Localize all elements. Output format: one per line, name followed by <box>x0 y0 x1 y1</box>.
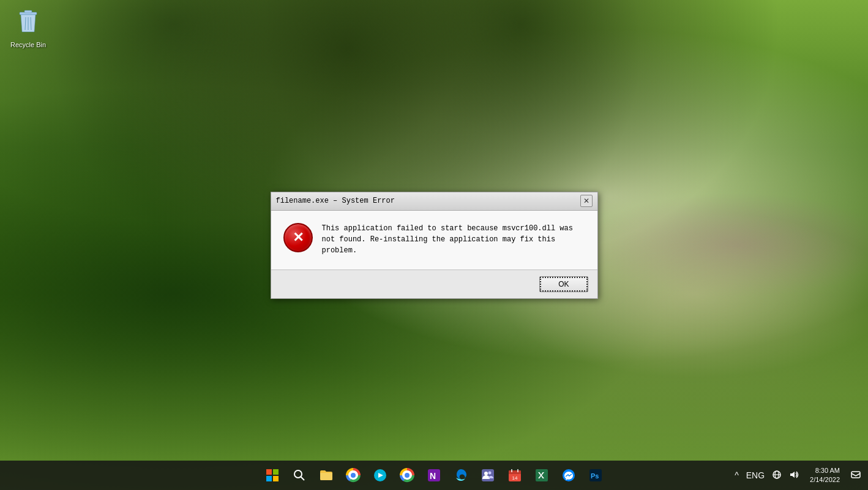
dialog-title: filename.exe – System Error <box>276 197 395 205</box>
dialog-message-line2: not found. Re-installing the application… <box>322 235 556 255</box>
error-icon-container <box>283 223 313 252</box>
dialog-overlay: filename.exe – System Error ✕ This appli… <box>0 0 868 490</box>
dialog-body: This application failed to start because… <box>271 211 597 270</box>
dialog-message: This application failed to start because… <box>322 223 585 256</box>
error-icon-circle <box>283 223 313 252</box>
dialog-message-line1: This application failed to start because… <box>322 224 573 233</box>
dialog-close-button[interactable]: ✕ <box>580 195 593 207</box>
dialog-titlebar: filename.exe – System Error ✕ <box>271 192 597 211</box>
dialog-footer: OK <box>271 270 597 298</box>
ok-button[interactable]: OK <box>539 276 588 292</box>
error-dialog: filename.exe – System Error ✕ This appli… <box>271 192 598 299</box>
